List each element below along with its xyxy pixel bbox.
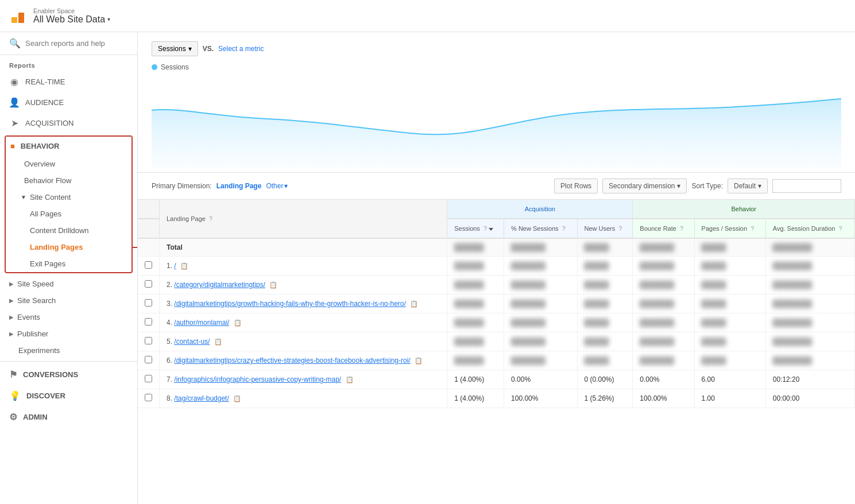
sidebar-item-site-content[interactable]: ▼ Site Content: [6, 189, 131, 206]
row-number: 3.: [167, 300, 172, 308]
sidebar-item-events[interactable]: ▶ Events: [0, 309, 137, 325]
property-name: Enabler Space: [33, 7, 110, 14]
reports-label: Reports: [0, 55, 137, 71]
sidebar-item-site-search[interactable]: ▶ Site Search: [0, 292, 137, 309]
row-avg-session-duration: ████████: [765, 332, 854, 351]
row-new-users: █████: [577, 294, 633, 313]
site-search-caret-icon: ▶: [9, 297, 14, 304]
sidebar-item-experiments[interactable]: Experiments: [0, 342, 137, 359]
copy-icon[interactable]: 📋: [233, 395, 241, 402]
row-checkbox[interactable]: [145, 318, 152, 325]
copy-icon[interactable]: 📋: [234, 319, 242, 326]
row-landing-page: 4. /author/monlamai/ 📋: [160, 313, 447, 332]
behavior-group-header: Behavior: [633, 200, 855, 219]
landing-page-dim-link[interactable]: Landing Page: [216, 182, 262, 190]
bounce-rate-col-header: Bounce Rate ?: [633, 219, 694, 238]
landing-page-link[interactable]: /digitalmarketingtips/growth-hacking-fai…: [174, 300, 406, 308]
sessions-sort-icon[interactable]: [489, 228, 493, 231]
row-number: 1.: [167, 262, 172, 270]
row-checkbox[interactable]: [145, 280, 152, 288]
site-name-dropdown[interactable]: All Web Site Data ▾: [33, 14, 110, 25]
row-avg-session-duration: ████████: [765, 313, 854, 332]
sidebar-item-admin[interactable]: ⚙ ADMIN: [0, 406, 137, 428]
avg-session-duration-help-icon[interactable]: ?: [838, 225, 842, 232]
select-metric-link[interactable]: Select a metric: [218, 45, 264, 53]
table-row: 4. /author/monlamai/ 📋 ██████ ███████ ██…: [138, 313, 855, 332]
total-bounce-rate: ███████: [633, 238, 694, 257]
data-table: Landing Page ? Acquisition Behavior Sess…: [138, 200, 855, 408]
row-bounce-rate: ███████: [633, 332, 694, 351]
landing-page-link[interactable]: /category/digitalmarketingtips/: [174, 281, 265, 289]
table-row: 7. /infographics/infographic-persuasive-…: [138, 370, 855, 389]
row-checkbox[interactable]: [145, 394, 152, 401]
row-sessions: ██████: [447, 276, 504, 294]
svg-rect-2: [11, 17, 17, 21]
plot-rows-button[interactable]: Plot Rows: [554, 179, 598, 193]
row-new-users: █████: [577, 332, 633, 351]
new-users-help-icon[interactable]: ?: [618, 225, 622, 232]
copy-icon[interactable]: 📋: [269, 281, 277, 288]
clock-icon: ◉: [9, 76, 20, 87]
row-new-users: 0 (0.00%): [577, 370, 633, 389]
sidebar-item-overview[interactable]: Overview: [6, 156, 131, 172]
other-dimension-dropdown[interactable]: Other ▾: [266, 182, 288, 190]
row-avg-session-duration: ████████: [765, 294, 854, 313]
sidebar-item-landing-pages[interactable]: Landing Pages: [6, 239, 131, 255]
row-pages-per-session: █████: [694, 257, 765, 276]
row-sessions: ██████: [447, 332, 504, 351]
sidebar-item-audience[interactable]: 👤 AUDIENCE: [0, 92, 137, 113]
row-new-users: █████: [577, 257, 633, 276]
chart-area: Sessions ▾ VS. Select a metric Sessions: [138, 32, 855, 173]
site-dropdown-arrow-icon: ▾: [107, 16, 110, 22]
data-table-wrapper: Landing Page ? Acquisition Behavior Sess…: [138, 200, 855, 504]
sidebar-item-all-pages[interactable]: All Pages: [6, 206, 131, 222]
copy-icon[interactable]: 📋: [410, 300, 418, 307]
table-search-input[interactable]: [772, 179, 841, 193]
pages-per-session-help-icon[interactable]: ?: [750, 225, 754, 232]
sidebar-item-publisher[interactable]: ▶ Publisher: [0, 325, 137, 342]
row-checkbox-cell: [138, 313, 160, 332]
sessions-help-icon[interactable]: ?: [483, 225, 487, 232]
sessions-dropdown-button[interactable]: Sessions ▾: [152, 41, 198, 56]
row-checkbox[interactable]: [145, 356, 152, 363]
sidebar-item-content-drilldown[interactable]: Content Drilldown: [6, 222, 131, 239]
sidebar-item-discover[interactable]: 💡 DISCOVER: [0, 385, 137, 406]
landing-page-link[interactable]: /: [174, 262, 176, 270]
row-checkbox[interactable]: [145, 261, 152, 269]
landing-page-link[interactable]: /digitalmarketingtips/crazy-effective-st…: [174, 356, 410, 365]
sidebar-item-exit-pages[interactable]: Exit Pages: [6, 255, 131, 272]
copy-icon[interactable]: 📋: [214, 338, 222, 345]
total-row: Total ██████ ███████ █████ ███████ █████…: [138, 238, 855, 257]
copy-icon[interactable]: 📋: [180, 262, 188, 269]
bounce-rate-help-icon[interactable]: ?: [680, 225, 683, 232]
row-number: 8.: [167, 394, 172, 402]
search-input[interactable]: [25, 39, 128, 48]
row-pages-per-session: █████: [694, 332, 765, 351]
copy-icon[interactable]: 📋: [346, 376, 354, 383]
copy-icon[interactable]: 📋: [415, 357, 423, 364]
sidebar-item-behavior[interactable]: ■ BEHAVIOR: [6, 137, 131, 156]
row-avg-session-duration: 00:00:00: [765, 389, 854, 408]
row-landing-page: 7. /infographics/infographic-persuasive-…: [160, 370, 447, 389]
sessions-legend-label: Sessions: [161, 63, 189, 71]
sidebar-item-site-speed[interactable]: ▶ Site Speed: [0, 276, 137, 292]
landing-page-link[interactable]: /contact-us/: [174, 338, 210, 346]
person-icon: 👤: [9, 97, 20, 107]
landing-page-link[interactable]: /tag/crawl-budget/: [174, 394, 229, 402]
secondary-dimension-button[interactable]: Secondary dimension ▾: [602, 179, 687, 193]
row-checkbox[interactable]: [145, 299, 152, 307]
row-checkbox[interactable]: [145, 375, 152, 382]
row-bounce-rate: ███████: [633, 313, 694, 332]
landing-page-link[interactable]: /infographics/infographic-persuasive-cop…: [174, 375, 341, 383]
sidebar-item-acquisition[interactable]: ➤ ACQUISITION: [0, 113, 137, 133]
landing-page-help-icon[interactable]: ?: [209, 215, 212, 222]
row-landing-page: 3. /digitalmarketingtips/growth-hacking-…: [160, 294, 447, 313]
pct-new-sessions-help-icon[interactable]: ?: [562, 225, 566, 232]
sidebar-item-behavior-flow[interactable]: Behavior Flow: [6, 172, 131, 189]
sort-default-button[interactable]: Default ▾: [728, 179, 768, 193]
row-checkbox[interactable]: [145, 337, 152, 344]
sidebar-item-conversions[interactable]: ⚑ CONVERSIONS: [0, 364, 137, 385]
row-pages-per-session: █████: [694, 276, 765, 294]
sidebar-item-realtime[interactable]: ◉ REAL-TIME: [0, 71, 137, 92]
landing-page-link[interactable]: /author/monlamai/: [174, 319, 229, 327]
